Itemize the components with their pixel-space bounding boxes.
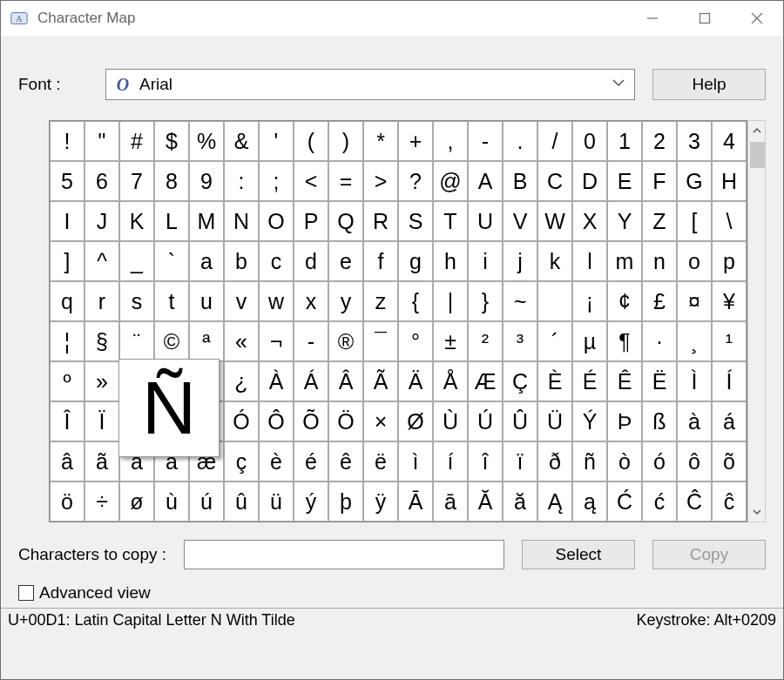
character-cell[interactable]: >	[363, 161, 398, 201]
character-cell[interactable]: ?	[398, 161, 433, 201]
character-cell[interactable]: p	[712, 241, 747, 281]
character-cell[interactable]: ô	[677, 441, 712, 481]
character-cell[interactable]: µ	[572, 321, 607, 361]
character-cell[interactable]: ®	[328, 321, 363, 361]
character-cell[interactable]: <	[294, 161, 328, 201]
character-cell[interactable]: o	[677, 241, 712, 281]
character-cell[interactable]: M	[189, 201, 224, 241]
character-cell[interactable]: à	[677, 401, 712, 441]
character-cell[interactable]: 5	[50, 161, 84, 201]
character-cell[interactable]: m	[607, 241, 642, 281]
character-cell[interactable]: C	[537, 161, 572, 201]
character-cell[interactable]: ÷	[84, 481, 119, 522]
character-cell[interactable]: Ã	[363, 361, 398, 401]
character-cell[interactable]: Â	[328, 361, 363, 401]
character-cell[interactable]: ²	[468, 321, 503, 361]
character-cell[interactable]: ;	[259, 161, 294, 201]
character-cell[interactable]: 8	[154, 161, 189, 201]
character-cell[interactable]	[537, 281, 572, 321]
character-cell[interactable]: U	[468, 201, 503, 241]
character-cell[interactable]: J	[84, 201, 119, 241]
character-cell[interactable]: O	[259, 201, 294, 241]
character-cell[interactable]: q	[50, 281, 84, 321]
character-cell[interactable]: y	[328, 281, 363, 321]
help-button[interactable]: Help	[652, 69, 766, 100]
scroll-down-icon[interactable]	[748, 502, 765, 522]
character-cell[interactable]: E	[607, 161, 642, 201]
character-cell[interactable]: é	[294, 441, 328, 481]
character-cell[interactable]: 2	[642, 121, 677, 161]
character-cell[interactable]: Û	[503, 401, 537, 441]
character-cell[interactable]: Î	[50, 401, 84, 441]
minimize-button[interactable]	[626, 1, 679, 36]
character-cell[interactable]: ¯	[363, 321, 398, 361]
character-cell[interactable]: L	[154, 201, 189, 241]
character-cell[interactable]: ĉ	[712, 481, 747, 522]
character-cell[interactable]: '	[259, 121, 294, 161]
character-cell[interactable]: Ë	[642, 361, 677, 401]
close-button[interactable]	[731, 1, 783, 36]
character-cell[interactable]: z	[363, 281, 398, 321]
character-cell[interactable]: G	[677, 161, 712, 201]
character-cell[interactable]: |	[433, 281, 468, 321]
character-cell[interactable]: ï	[503, 441, 537, 481]
character-cell[interactable]: x	[294, 281, 328, 321]
character-cell[interactable]: 6	[84, 161, 119, 201]
character-cell[interactable]: .	[503, 121, 537, 161]
character-cell[interactable]: ¥	[712, 281, 747, 321]
character-cell[interactable]: #	[119, 121, 154, 161]
character-cell[interactable]: c	[259, 241, 294, 281]
character-cell[interactable]: ó	[642, 441, 677, 481]
character-cell[interactable]: Ê	[607, 361, 642, 401]
character-cell[interactable]: w	[259, 281, 294, 321]
character-cell[interactable]: +	[398, 121, 433, 161]
character-cell[interactable]: Ì	[677, 361, 712, 401]
character-cell[interactable]: 1	[607, 121, 642, 161]
character-cell[interactable]: ü	[259, 481, 294, 522]
character-cell[interactable]: À	[259, 361, 294, 401]
character-cell[interactable]: ù	[154, 481, 189, 522]
character-cell[interactable]: ]	[50, 241, 84, 281]
character-cell[interactable]: ß	[642, 401, 677, 441]
character-cell[interactable]: l	[572, 241, 607, 281]
character-cell[interactable]: ç	[224, 441, 259, 481]
character-cell[interactable]: õ	[712, 441, 747, 481]
character-cell[interactable]: »	[84, 361, 119, 401]
copy-button[interactable]: Copy	[652, 540, 766, 569]
character-cell[interactable]: &	[224, 121, 259, 161]
character-cell[interactable]: Ā	[398, 481, 433, 522]
character-cell[interactable]: ±	[433, 321, 468, 361]
character-cell[interactable]: g	[398, 241, 433, 281]
character-cell[interactable]: ã	[84, 441, 119, 481]
character-cell[interactable]: ö	[50, 481, 84, 522]
character-cell[interactable]: º	[50, 361, 84, 401]
character-cell[interactable]: -	[468, 121, 503, 161]
character-cell[interactable]: n	[642, 241, 677, 281]
character-cell[interactable]: É	[572, 361, 607, 401]
character-cell[interactable]: í	[433, 441, 468, 481]
character-cell[interactable]: %	[189, 121, 224, 161]
character-cell[interactable]: ~	[503, 281, 537, 321]
character-cell[interactable]: è	[259, 441, 294, 481]
character-cell[interactable]: `	[154, 241, 189, 281]
character-cell[interactable]: ¨	[119, 321, 154, 361]
character-cell[interactable]: Ç	[503, 361, 537, 401]
character-cell[interactable]: T	[433, 201, 468, 241]
character-cell[interactable]: N	[224, 201, 259, 241]
character-cell[interactable]: 3	[677, 121, 712, 161]
character-cell[interactable]: $	[154, 121, 189, 161]
character-cell[interactable]: þ	[328, 481, 363, 522]
character-cell[interactable]: á	[712, 401, 747, 441]
character-cell[interactable]: °	[398, 321, 433, 361]
character-cell[interactable]: d	[294, 241, 328, 281]
character-cell[interactable]: ¤	[677, 281, 712, 321]
character-cell[interactable]: Ä	[398, 361, 433, 401]
character-cell[interactable]: k	[537, 241, 572, 281]
character-cell[interactable]: Ó	[224, 401, 259, 441]
character-cell[interactable]: 7	[119, 161, 154, 201]
character-cell[interactable]: ÿ	[363, 481, 398, 522]
character-cell[interactable]: ¡	[572, 281, 607, 321]
character-cell[interactable]: Q	[328, 201, 363, 241]
character-cell[interactable]: u	[189, 281, 224, 321]
character-cell[interactable]: Ý	[572, 401, 607, 441]
